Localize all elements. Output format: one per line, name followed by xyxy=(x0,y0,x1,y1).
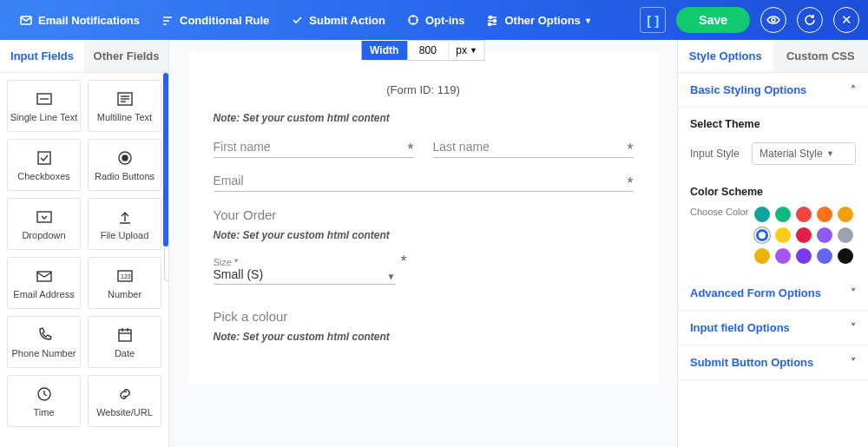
advanced-form-accordion[interactable]: Advanced Form Options ˅ xyxy=(678,276,868,311)
email-notifications-label: Email Notifications xyxy=(38,14,140,27)
pick-color-heading: Pick a colour xyxy=(214,309,634,324)
tile-email[interactable]: Email Address xyxy=(7,257,81,309)
svg-rect-19 xyxy=(119,330,131,341)
tile-file-upload[interactable]: File Upload xyxy=(88,198,161,250)
color-swatch[interactable] xyxy=(775,248,791,264)
color-swatch[interactable] xyxy=(796,248,812,264)
optins-icon xyxy=(406,13,420,27)
tile-multiline-text[interactable]: Multiline Text xyxy=(88,80,161,132)
other-options-button[interactable]: Other Options ▾ xyxy=(475,0,600,40)
color-swatch[interactable] xyxy=(754,207,770,222)
tab-input-fields[interactable]: Input Fields xyxy=(0,40,84,72)
svg-rect-12 xyxy=(38,152,50,164)
submit-button-options-label: Submit Button Options xyxy=(690,356,813,369)
sliders-icon xyxy=(485,13,499,27)
chevron-down-icon: ▼ xyxy=(826,149,834,158)
submit-button-options-accordion[interactable]: Submit Button Options ˅ xyxy=(678,345,868,380)
collapse-left-handle[interactable]: ‹ xyxy=(164,247,168,281)
choose-color-label: Choose Color xyxy=(690,207,751,217)
tile-single-line-text[interactable]: Single Line Text xyxy=(7,80,81,132)
color-swatch[interactable] xyxy=(817,248,832,264)
tab-custom-css[interactable]: Custom CSS xyxy=(773,40,869,72)
chevron-down-icon: ˅ xyxy=(851,322,856,334)
optins-button[interactable]: Opt-ins xyxy=(396,0,476,40)
color-swatch[interactable] xyxy=(838,227,853,243)
optins-label: Opt-ins xyxy=(425,14,465,27)
tile-radio-buttons[interactable]: Radio Buttons xyxy=(88,139,161,191)
size-label: Size xyxy=(214,257,232,267)
svg-point-14 xyxy=(122,155,128,161)
chevron-down-icon: ˅ xyxy=(851,357,856,369)
submit-icon xyxy=(290,13,304,27)
topbar: Email Notifications Conditional Rule Sub… xyxy=(0,0,868,40)
tile-date[interactable]: Date xyxy=(88,316,161,368)
phone-icon xyxy=(35,325,54,345)
email-field[interactable]: Email* xyxy=(214,174,634,192)
time-icon xyxy=(35,385,54,404)
required-icon: * xyxy=(407,145,413,154)
color-swatch[interactable] xyxy=(754,227,770,243)
color-scheme-label: Color Scheme xyxy=(690,186,856,198)
upload-icon xyxy=(115,207,135,227)
save-button[interactable]: Save xyxy=(676,7,750,33)
color-swatch[interactable] xyxy=(838,248,853,264)
left-tabs: Input Fields Other Fields xyxy=(0,40,168,73)
close-button[interactable]: ✕ xyxy=(833,7,859,33)
input-style-label: Input Style xyxy=(690,148,740,160)
color-swatch[interactable] xyxy=(796,227,812,243)
svg-rect-15 xyxy=(37,212,51,222)
required-icon: * xyxy=(401,257,407,266)
tab-style-options[interactable]: Style Options xyxy=(678,40,773,72)
color-swatches xyxy=(754,207,853,264)
left-scrollbar[interactable] xyxy=(163,73,168,247)
color-swatch[interactable] xyxy=(775,207,791,222)
chevron-down-icon: ˅ xyxy=(851,287,856,299)
eye-icon xyxy=(766,13,780,27)
shortcode-button[interactable]: [ ] xyxy=(640,7,666,33)
last-name-field[interactable]: Last name* xyxy=(433,140,634,158)
tile-number[interactable]: 123Number xyxy=(88,257,161,309)
color-swatch[interactable] xyxy=(796,207,812,222)
topbar-right: [ ] Save ✕ xyxy=(640,7,859,33)
tile-url[interactable]: Website/URL xyxy=(88,375,161,427)
width-toolbar: Width px▼ xyxy=(361,40,485,61)
right-panel: Style Options Custom CSS Basic Styling O… xyxy=(677,40,868,447)
email-notifications-button[interactable]: Email Notifications xyxy=(9,0,150,40)
tile-phone[interactable]: Phone Number xyxy=(7,316,81,368)
input-field-options-accordion[interactable]: Input field Options ˅ xyxy=(678,311,868,345)
left-panel: Input Fields Other Fields Single Line Te… xyxy=(0,40,169,447)
color-swatch[interactable] xyxy=(817,207,832,222)
color-swatch[interactable] xyxy=(817,227,832,243)
width-unit-select[interactable]: px▼ xyxy=(449,40,485,61)
width-input[interactable] xyxy=(407,40,449,61)
chevron-up-icon: ˄ xyxy=(851,84,856,96)
size-select[interactable]: Small (S) ▼ xyxy=(214,267,396,285)
mail-icon xyxy=(19,13,33,27)
canvas: (Form ID: 119) Note: Set your custom htm… xyxy=(169,40,677,447)
tile-checkboxes[interactable]: Checkboxes xyxy=(7,139,81,191)
input-style-value: Material Style xyxy=(760,148,823,160)
checkbox-icon xyxy=(35,148,54,168)
color-swatch[interactable] xyxy=(754,248,770,264)
input-style-select[interactable]: Material Style ▼ xyxy=(752,142,856,165)
basic-styling-label: Basic Styling Options xyxy=(690,83,806,96)
color-swatch[interactable] xyxy=(838,207,853,222)
svg-point-2 xyxy=(490,16,492,19)
tile-time[interactable]: Time xyxy=(7,375,81,427)
first-name-field[interactable]: First name* xyxy=(214,140,414,158)
right-tabs: Style Options Custom CSS xyxy=(678,40,868,73)
svg-text:123: 123 xyxy=(121,273,131,279)
chevron-down-icon: ▾ xyxy=(586,16,590,25)
tab-other-fields[interactable]: Other Fields xyxy=(84,40,168,72)
submit-action-button[interactable]: Submit Action xyxy=(279,0,396,40)
tile-dropdown[interactable]: Dropdown xyxy=(7,198,81,250)
reload-button[interactable] xyxy=(797,7,823,33)
color-swatch[interactable] xyxy=(775,227,791,243)
conditional-rule-button[interactable]: Conditional Rule xyxy=(150,0,279,40)
multiline-icon xyxy=(115,89,135,108)
preview-button[interactable] xyxy=(760,7,786,33)
basic-styling-accordion[interactable]: Basic Styling Options ˄ xyxy=(678,73,868,108)
note-text: Note: Set your custom html content xyxy=(214,331,634,343)
svg-point-5 xyxy=(772,18,775,22)
email-icon xyxy=(35,266,54,286)
